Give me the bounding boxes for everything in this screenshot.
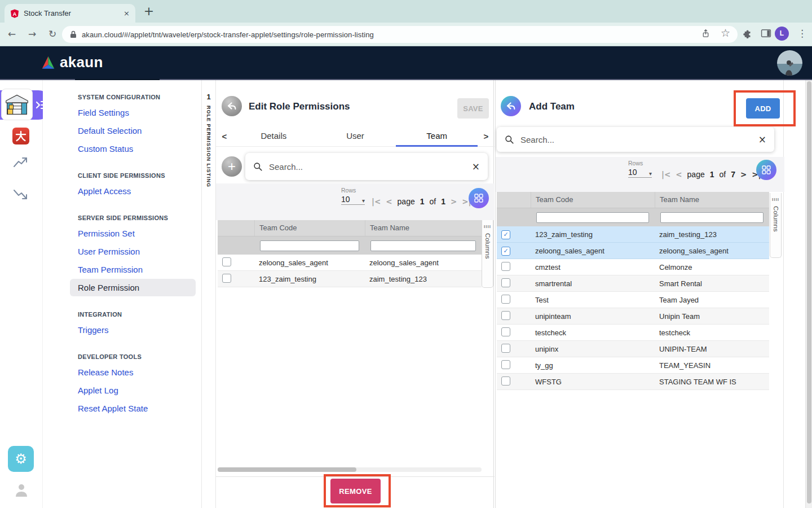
edit-table-col-team-code[interactable]: Team Code [254, 220, 365, 236]
table-row[interactable]: ty_ggTEAM_YEASIN [497, 357, 769, 374]
table-row[interactable]: WFSTGSTAGING TEAM WF IS [497, 374, 769, 390]
table-row[interactable]: ✓zeloong_sales_agentzeloong_sales_agent [497, 243, 769, 259]
save-button[interactable]: SAVE [457, 98, 489, 119]
sidebar-item-default-selection[interactable]: Default Selection [70, 122, 196, 139]
rows-per-page-select[interactable]: 10 ▾ [628, 168, 652, 178]
search-input[interactable] [519, 134, 758, 145]
add-table-filter-input-team-code[interactable] [536, 212, 649, 223]
row-checkbox[interactable] [501, 295, 510, 304]
sidebar-item-applet-log[interactable]: Applet Log [70, 382, 196, 399]
profile-person-icon[interactable] [15, 483, 28, 500]
row-checkbox[interactable] [501, 327, 510, 336]
table-row[interactable]: zeloong_sales_agentzeloong_sales_agent [218, 255, 482, 271]
of-word: of [720, 170, 726, 179]
clear-search-icon[interactable]: × [758, 134, 766, 145]
prev-page-icon[interactable]: < [386, 197, 392, 206]
row-checkbox[interactable]: ✓ [501, 230, 510, 239]
browser-profile-avatar[interactable]: L [775, 27, 789, 41]
add-row-plus-button[interactable]: + [222, 156, 242, 177]
first-page-icon[interactable]: |< [372, 197, 381, 206]
extensions-puzzle-icon[interactable] [743, 28, 753, 41]
tab-team[interactable]: Team [396, 126, 478, 147]
table-row[interactable]: unipinxUNIPIN-TEAM [497, 341, 769, 357]
tab-close-icon[interactable]: × [123, 9, 130, 17]
edit-table-filter-cell-team-name [365, 240, 482, 251]
add-table-col-team-name[interactable]: Team Name [655, 192, 769, 208]
tabs-scroll-right-icon[interactable]: > [478, 132, 495, 141]
edit-table-filter-input-team-code[interactable] [260, 240, 359, 251]
table-row[interactable]: smartrentalSmart Rental [497, 275, 769, 292]
table-row[interactable]: unipinteamUnipin Team [497, 308, 769, 325]
user-avatar[interactable] [777, 50, 802, 76]
bookmark-star-icon[interactable]: ☆ [721, 27, 730, 39]
edit-table-filter-input-team-name[interactable] [370, 240, 476, 251]
search-input[interactable] [268, 161, 472, 172]
remove-button[interactable]: REMOVE [330, 479, 381, 503]
horizontal-scrollbar[interactable] [218, 467, 482, 472]
add-columns-tab[interactable]: IIII Columns [770, 193, 782, 258]
edit-columns-tab[interactable]: IIII Columns [482, 220, 493, 288]
edit-table-col-team-name[interactable]: Team Name [365, 220, 482, 236]
next-page-icon[interactable]: > [451, 197, 457, 206]
sidebar-item-release-notes[interactable]: Release Notes [70, 364, 196, 381]
grid-view-button[interactable] [756, 160, 776, 180]
trend-up-icon[interactable] [13, 156, 28, 172]
table-row[interactable]: testchecktestcheck [497, 325, 769, 341]
clear-search-icon[interactable]: × [472, 161, 480, 172]
warehouse-applet-icon[interactable] [1, 89, 33, 120]
grid-view-button[interactable] [469, 188, 489, 208]
add-table-col-team-code[interactable]: Team Code [531, 192, 655, 208]
table-row[interactable]: TestTeam Jayed [497, 292, 769, 308]
row-checkbox[interactable] [501, 262, 510, 271]
tab-details[interactable]: Details [233, 126, 315, 147]
row-checkbox[interactable] [222, 274, 231, 283]
browser-menu-dots-icon[interactable]: ⋮ [797, 28, 807, 39]
address-bar[interactable]: akaun.cloud/#/applet/tnt/wavelet/erp/sto… [62, 26, 738, 43]
sidebar-item-permission-set[interactable]: Permission Set [70, 225, 196, 242]
add-button[interactable]: ADD [746, 98, 780, 119]
first-page-icon[interactable]: |< [661, 170, 670, 179]
row-checkbox[interactable] [501, 376, 510, 386]
row-checkbox[interactable] [501, 278, 510, 287]
back-button[interactable] [501, 96, 521, 116]
sidebar-item-role-permission[interactable]: Role Permission [70, 279, 196, 296]
sidebar-item-field-settings[interactable]: Field Settings [70, 104, 196, 121]
table-row[interactable]: 123_zaim_testingzaim_testing_123 [218, 271, 482, 287]
new-tab-button[interactable]: + [142, 5, 156, 18]
row-checkbox[interactable]: ✓ [501, 247, 510, 256]
prev-page-icon[interactable]: < [676, 170, 682, 179]
browser-reload-icon[interactable]: ↻ [48, 28, 56, 40]
side-panel-icon[interactable] [761, 29, 771, 40]
trend-down-icon[interactable] [13, 187, 28, 203]
sidebar-item-triggers[interactable]: Triggers [70, 321, 196, 339]
next-page-icon[interactable]: > [740, 170, 747, 179]
row-checkbox[interactable] [501, 360, 510, 369]
page-scrollbar[interactable] [805, 80, 812, 508]
sidebar-item-reset-applet-state[interactable]: Reset Applet State [70, 400, 196, 417]
back-button[interactable] [222, 96, 242, 116]
listing-breadcrumb-strip[interactable]: 1 ROLE PERMISSION LISTING [201, 80, 215, 508]
row-checkbox[interactable] [501, 344, 510, 353]
rows-per-page-select[interactable]: 10 ▾ [341, 195, 365, 205]
tab-user[interactable]: User [315, 126, 396, 147]
browser-forward-icon[interactable]: → [28, 28, 36, 40]
horizontal-scrollbar-thumb[interactable] [218, 467, 356, 472]
settings-gear-button[interactable]: ⚙ [8, 446, 34, 472]
sidebar-item-team-permission[interactable]: Team Permission [70, 261, 196, 278]
sidebar-group-server-side-permissions: SERVER SIDE PERMISSIONSPermission SetUse… [70, 211, 196, 296]
add-table-filter-row [497, 208, 769, 226]
browser-back-icon[interactable]: ← [8, 28, 16, 40]
sidebar-item-custom-status[interactable]: Custom Status [70, 140, 196, 157]
browser-tab[interactable]: A Stock Transfer × [5, 4, 135, 23]
page-scrollbar-thumb[interactable] [807, 81, 811, 503]
row-checkbox[interactable] [501, 311, 510, 320]
table-row[interactable]: cmztestCelmonze [497, 259, 769, 275]
add-table-filter-input-team-name[interactable] [660, 212, 764, 223]
sidebar-item-applet-access[interactable]: Applet Access [70, 182, 196, 200]
share-icon[interactable] [701, 28, 710, 41]
table-row[interactable]: ✓123_zaim_testingzaim_testing_123 [497, 226, 769, 243]
sidebar-item-user-permission[interactable]: User Permission [70, 243, 196, 260]
dai-applet-icon[interactable] [12, 128, 29, 144]
tabs-scroll-left-icon[interactable]: < [216, 132, 233, 141]
row-checkbox[interactable] [222, 257, 231, 266]
